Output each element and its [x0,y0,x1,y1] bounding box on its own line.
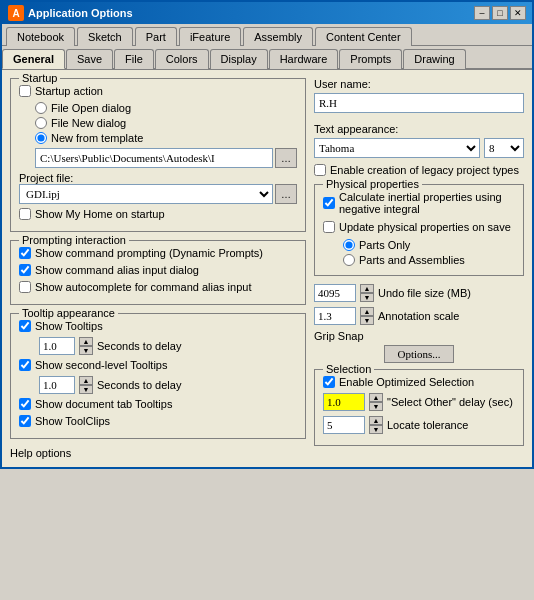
username-input[interactable] [314,93,524,113]
file-open-radio-label[interactable]: File Open dialog [35,102,297,114]
parts-only-radio[interactable] [343,239,355,251]
locate-arrows: ▲ ▼ [369,416,383,434]
project-browse-button[interactable]: … [275,184,297,204]
delay1-up[interactable]: ▲ [79,337,93,346]
show-tooltips-checkbox[interactable] [19,320,31,332]
calc-inertial-checkbox[interactable] [323,197,335,209]
show-tool-clips-checkbox[interactable] [19,415,31,427]
titlebar: A Application Options – □ ✕ [2,2,532,24]
locate-up[interactable]: ▲ [369,416,383,425]
enable-optimized-checkbox[interactable] [323,376,335,388]
show-alias-dialog-checkbox[interactable] [19,264,31,276]
select-other-input[interactable] [323,393,365,411]
titlebar-controls: – □ ✕ [474,6,526,20]
file-new-radio[interactable] [35,117,47,129]
show-home-row: Show My Home on startup [19,208,297,220]
tooltip-group: Tooltip appearance Show Tooltips ▲ ▼ Sec… [10,313,306,439]
tab-prompts[interactable]: Prompts [339,49,402,69]
new-from-template-radio-label[interactable]: New from template [35,132,297,144]
show-second-level-checkbox[interactable] [19,359,31,371]
tab-sketch[interactable]: Sketch [77,27,133,46]
startup-group: Startup Startup action File Open dialog … [10,78,306,232]
font-combo[interactable]: Tahoma [314,138,480,158]
show-autocomplete-label[interactable]: Show autocomplete for command alias inpu… [19,281,251,293]
undo-up[interactable]: ▲ [360,284,374,293]
enable-optimized-label[interactable]: Enable Optimized Selection [323,376,515,388]
show-command-prompting-label[interactable]: Show command prompting (Dynamic Prompts) [19,247,263,259]
show-doc-tab-label[interactable]: Show document tab Tooltips [19,398,172,410]
startup-action-checkbox-label[interactable]: Startup action [19,85,103,97]
undo-size-input[interactable] [314,284,356,302]
legacy-label[interactable]: Enable creation of legacy project types [314,164,524,176]
delay2-row: ▲ ▼ Seconds to delay [39,376,297,394]
file-open-radio[interactable] [35,102,47,114]
show-home-checkbox[interactable] [19,208,31,220]
prompting-group-label: Prompting interaction [19,234,129,246]
tab-assembly[interactable]: Assembly [243,27,313,46]
tab-hardware[interactable]: Hardware [269,49,339,69]
bottom-tab-row: General Save File Colors Display Hardwar… [2,46,532,70]
undo-down[interactable]: ▼ [360,293,374,302]
show-doc-tab-row: Show document tab Tooltips [19,398,297,410]
legacy-checkbox[interactable] [314,164,326,176]
file-new-radio-label[interactable]: File New dialog [35,117,297,129]
tab-save[interactable]: Save [66,49,113,69]
size-combo[interactable]: 8 [484,138,524,158]
locate-down[interactable]: ▼ [369,425,383,434]
options-button[interactable]: Options... [384,345,453,363]
delay2-input[interactable] [39,376,75,394]
tab-file[interactable]: File [114,49,154,69]
tab-content-center[interactable]: Content Center [315,27,412,46]
tab-drawing[interactable]: Drawing [403,49,465,69]
show-doc-tab-checkbox[interactable] [19,398,31,410]
show-autocomplete-checkbox[interactable] [19,281,31,293]
tab-colors[interactable]: Colors [155,49,209,69]
select-other-up[interactable]: ▲ [369,393,383,402]
annotation-label: Annotation scale [378,310,459,322]
show-alias-dialog-label[interactable]: Show command alias input dialog [19,264,199,276]
tab-display[interactable]: Display [210,49,268,69]
show-second-level-label[interactable]: Show second-level Tooltips [19,359,167,371]
maximize-button[interactable]: □ [492,6,508,20]
tab-ifeature[interactable]: iFeature [179,27,241,46]
project-combo[interactable]: GDI.ipj [19,184,273,204]
delay1-input[interactable] [39,337,75,355]
application-window: A Application Options – □ ✕ Notebook Ske… [0,0,534,469]
undo-spinner-row: ▲ ▼ Undo file size (MB) [314,284,524,302]
parts-assemblies-radio-label[interactable]: Parts and Assemblies [343,254,515,266]
close-button[interactable]: ✕ [510,6,526,20]
select-other-down[interactable]: ▼ [369,402,383,411]
annotation-down[interactable]: ▼ [360,316,374,325]
tab-notebook[interactable]: Notebook [6,27,75,46]
minimize-button[interactable]: – [474,6,490,20]
template-browse-button[interactable]: … [275,148,297,168]
annotation-input[interactable] [314,307,356,325]
delay1-down[interactable]: ▼ [79,346,93,355]
project-file-row: Project file: [19,172,297,184]
calc-inertial-label[interactable]: Calculate inertial properties using nega… [323,191,515,215]
locate-input[interactable] [323,416,365,434]
new-from-template-radio[interactable] [35,132,47,144]
show-tool-clips-label[interactable]: Show ToolClips [19,415,110,427]
delay2-down[interactable]: ▼ [79,385,93,394]
help-label: Help options [10,447,71,459]
startup-action-checkbox[interactable] [19,85,31,97]
locate-row: ▲ ▼ Locate tolerance [323,416,515,434]
startup-group-label: Startup [19,72,60,84]
delay2-up[interactable]: ▲ [79,376,93,385]
enable-optimized-row: Enable Optimized Selection [323,376,515,388]
update-physical-checkbox[interactable] [323,221,335,233]
show-tooltips-row: Show Tooltips [19,320,297,332]
left-panel: Startup Startup action File Open dialog … [10,78,306,459]
update-physical-label[interactable]: Update physical properties on save [323,221,515,233]
parts-only-radio-label[interactable]: Parts Only [343,239,515,251]
tab-general[interactable]: General [2,49,65,69]
show-home-label[interactable]: Show My Home on startup [19,208,165,220]
tab-part[interactable]: Part [135,27,177,46]
parts-assemblies-radio[interactable] [343,254,355,266]
show-tooltips-label[interactable]: Show Tooltips [19,320,103,332]
help-section: Help options [10,447,306,459]
template-path-input[interactable] [35,148,273,168]
annotation-up[interactable]: ▲ [360,307,374,316]
show-command-prompting-checkbox[interactable] [19,247,31,259]
